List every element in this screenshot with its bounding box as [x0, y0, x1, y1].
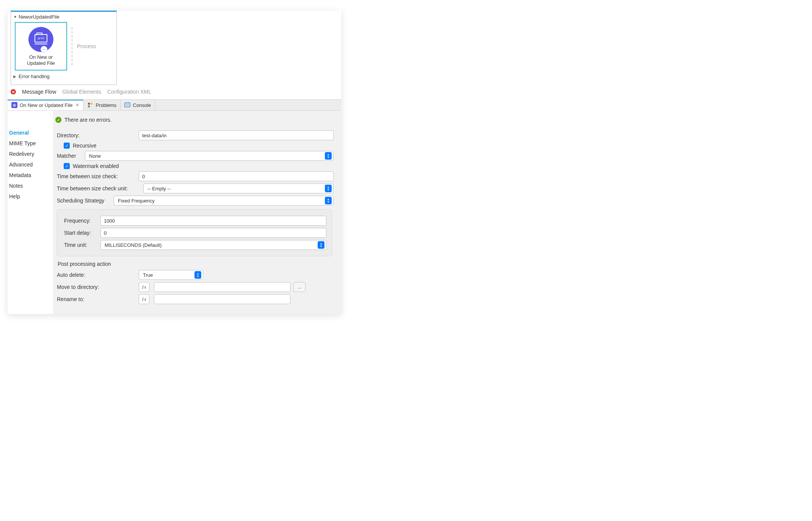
rename-label: Rename to: [55, 296, 139, 302]
sidebar-item-notes[interactable]: Notes [8, 180, 53, 191]
error-icon: ✕ [11, 89, 16, 94]
matcher-select[interactable]: None ▲▼ [85, 151, 334, 161]
sidebar-item-redelivery[interactable]: Redelivery [8, 149, 53, 159]
form-column: ✓ There are no errors. Directory: ✓ Recu… [53, 111, 341, 314]
matcher-label: Matcher [55, 153, 85, 159]
status-text: There are no errors. [64, 117, 112, 123]
freq-input[interactable] [100, 216, 326, 226]
ok-icon: ✓ [55, 117, 61, 123]
editor-tabs: ✕ Message Flow Global Elements Configura… [8, 85, 341, 99]
watermark-checkbox[interactable]: ✓ [64, 163, 70, 169]
sftp-badge: SFTP [38, 37, 44, 40]
sftp-icon: SFTP → [28, 27, 53, 52]
directory-input[interactable] [139, 130, 334, 140]
time-unit-select[interactable]: MILLISECONDS (Default) ▲▼ [100, 240, 326, 250]
sidebar-item-mime[interactable]: MIME Type [8, 138, 53, 149]
svg-rect-2 [88, 105, 90, 107]
sched-label: Scheduling Strategy [55, 198, 114, 204]
watermark-label: Watermark enabled [73, 163, 119, 169]
start-delay-label: Start delay: [63, 230, 100, 236]
time-unit-label: Time unit: [63, 242, 100, 248]
disclosure-right-icon[interactable]: ▶ [13, 74, 18, 78]
freq-label: Frequency: [63, 218, 100, 224]
recursive-label: Recursive [73, 143, 96, 149]
flow-header[interactable]: ▼ NeworUpdatedFile [13, 13, 114, 21]
sidebar-item-help[interactable]: Help [8, 191, 53, 202]
view-tab-problems[interactable]: Problems [83, 100, 121, 110]
tbsc-unit-label: Time between size check unit: [55, 185, 143, 191]
select-arrows-icon: ▲▼ [325, 197, 332, 204]
view-tab-primary[interactable]: ◎ On New or Updated File ✕ [8, 100, 83, 110]
select-arrows-icon: ▲▼ [318, 241, 324, 249]
source-node[interactable]: SFTP → On New or Updated File [15, 22, 67, 71]
start-delay-input[interactable] [100, 228, 326, 238]
svg-rect-0 [88, 103, 90, 105]
arrow-badge-icon: → [41, 46, 47, 53]
rename-input[interactable] [154, 294, 290, 304]
tab-global-elements[interactable]: Global Elements [62, 89, 101, 95]
select-arrows-icon: ▲▼ [194, 271, 201, 279]
scheduling-group: Frequency: Start delay: Time unit: MILLI… [57, 209, 332, 256]
tbsc-unit-select[interactable]: -- Empty -- ▲▼ [143, 184, 334, 193]
tab-config-xml[interactable]: Configuration XML [107, 89, 151, 95]
process-placeholder[interactable]: Process [77, 43, 96, 49]
tbsc-label: Time between size check: [55, 173, 139, 179]
select-arrows-icon: ▲▼ [325, 185, 332, 192]
problems-icon [87, 102, 93, 108]
svg-rect-1 [91, 103, 92, 105]
flow-canvas: ▼ NeworUpdatedFile SFTP → On New or Upda… [11, 11, 117, 85]
node-label: On New or Updated File [27, 54, 55, 67]
status-line: ✓ There are no errors. [55, 113, 334, 128]
tbsc-input[interactable] [139, 171, 334, 181]
recursive-checkbox[interactable]: ✓ [64, 143, 70, 149]
select-arrows-icon: ▲▼ [325, 152, 332, 160]
sidebar: General MIME Type Redelivery Advanced Me… [8, 111, 53, 314]
view-tab-console[interactable]: Console [121, 100, 155, 110]
app-window: ▼ NeworUpdatedFile SFTP → On New or Upda… [8, 11, 341, 314]
close-icon[interactable]: ✕ [75, 102, 79, 108]
directory-label: Directory: [55, 132, 139, 138]
connector-icon: ◎ [11, 102, 17, 108]
moveto-input[interactable] [154, 282, 290, 292]
sidebar-item-advanced[interactable]: Advanced [8, 159, 53, 170]
sidebar-item-general[interactable]: General [8, 127, 53, 138]
property-panel: General MIME Type Redelivery Advanced Me… [8, 111, 341, 314]
post-processing-title: Post processing action [58, 261, 334, 267]
disclosure-down-icon[interactable]: ▼ [13, 15, 18, 19]
svg-rect-4 [125, 104, 129, 106]
fx-button[interactable]: ƒx [139, 294, 149, 304]
error-handling-section[interactable]: ▶ Error handling [13, 73, 114, 81]
flow-divider [72, 27, 72, 65]
auto-delete-label: Auto delete: [55, 272, 139, 278]
auto-delete-select[interactable]: True ▲▼ [139, 270, 203, 280]
moveto-label: Move to directory: [55, 284, 139, 290]
console-icon [124, 102, 130, 108]
browse-button[interactable]: ... [293, 282, 306, 292]
tab-message-flow[interactable]: Message Flow [22, 89, 56, 95]
fx-button[interactable]: ƒx [139, 282, 149, 292]
flow-name: NeworUpdatedFile [19, 14, 60, 20]
sidebar-item-metadata[interactable]: Metadata [8, 170, 53, 180]
sched-select[interactable]: Fixed Frequency ▲▼ [114, 196, 334, 206]
view-tabs: ◎ On New or Updated File ✕ Problems Cons… [8, 99, 341, 111]
